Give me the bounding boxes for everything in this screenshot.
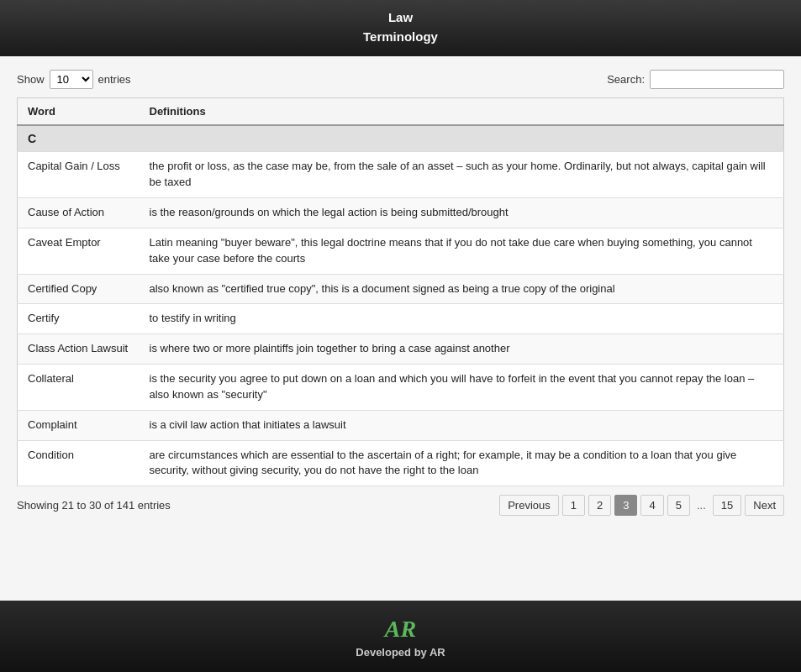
- search-input[interactable]: [650, 70, 784, 89]
- show-entries-control: Show 10 25 50 100 entries: [17, 70, 131, 89]
- search-label: Search:: [607, 73, 645, 86]
- next-button[interactable]: Next: [745, 495, 784, 516]
- table-row: Cause of Action is the reason/grounds on…: [18, 197, 784, 228]
- word-cell: Complaint: [18, 410, 140, 440]
- word-cell: Condition: [18, 440, 140, 486]
- table-row: Condition are circumstances which are es…: [18, 440, 784, 486]
- search-area: Search:: [607, 70, 784, 89]
- word-cell: Class Action Lawsuit: [18, 334, 140, 365]
- word-cell: Certified Copy: [18, 274, 140, 304]
- definition-cell: is the reason/grounds on which the legal…: [140, 197, 784, 228]
- table-row: Complaint is a civil law action that ini…: [18, 410, 784, 440]
- footer-row: Showing 21 to 30 of 141 entries Previous…: [17, 495, 784, 516]
- page-15-button[interactable]: 15: [713, 495, 741, 516]
- header-title-line1: Law: [388, 10, 413, 24]
- definition-cell: is the security you agree to put down on…: [140, 365, 784, 411]
- site-footer: AR Developed by AR: [0, 601, 801, 672]
- definition-cell: Latin meaning "buyer beware", this legal…: [140, 228, 784, 274]
- definition-cell: is where two or more plaintiffs join tog…: [140, 334, 784, 365]
- controls-row: Show 10 25 50 100 entries Search:: [17, 70, 784, 89]
- letter-section-row: C: [18, 125, 784, 152]
- main-content: Show 10 25 50 100 entries Search: Word D…: [0, 56, 801, 601]
- header-title-line2: Terminology: [363, 29, 438, 44]
- definition-cell: the profit or loss, as the case may be, …: [140, 152, 784, 198]
- table-row: Capital Gain / Loss the profit or loss, …: [18, 152, 784, 198]
- definition-cell: is a civil law action that initiates a l…: [140, 410, 784, 440]
- page-4-button[interactable]: 4: [640, 495, 663, 516]
- pagination: Previous 1 2 3 4 5 ... 15 Next: [499, 495, 784, 516]
- page-1-button[interactable]: 1: [562, 495, 585, 516]
- letter-cell: C: [18, 125, 784, 152]
- page-2-button[interactable]: 2: [588, 495, 611, 516]
- definition-cell: to testify in writing: [140, 304, 784, 334]
- terminology-table: Word Definitions C Capital Gain / Loss t…: [17, 97, 784, 486]
- prev-button[interactable]: Previous: [499, 495, 559, 516]
- word-cell: Certify: [18, 304, 140, 334]
- developed-by-label: Developed by AR: [0, 646, 801, 659]
- entries-select[interactable]: 10 25 50 100: [50, 70, 93, 89]
- entries-label: entries: [98, 73, 131, 86]
- ellipsis: ...: [693, 496, 709, 515]
- table-row: Certify to testify in writing: [18, 304, 784, 334]
- table-row: Collateral is the security you agree to …: [18, 365, 784, 411]
- table-row: Certified Copy also known as "certified …: [18, 274, 784, 304]
- definition-cell: are circumstances which are essential to…: [140, 440, 784, 486]
- app-header: Law Terminology: [0, 0, 801, 56]
- page-3-button[interactable]: 3: [614, 495, 637, 516]
- col-header-definition: Definitions: [140, 98, 784, 126]
- table-row: Class Action Lawsuit is where two or mor…: [18, 334, 784, 365]
- showing-text: Showing 21 to 30 of 141 entries: [17, 499, 171, 512]
- show-label: Show: [17, 73, 45, 86]
- word-cell: Cause of Action: [18, 197, 140, 228]
- word-cell: Capital Gain / Loss: [18, 152, 140, 198]
- col-header-word: Word: [18, 98, 140, 126]
- word-cell: Caveat Emptor: [18, 228, 140, 274]
- footer-logo: AR: [0, 616, 801, 643]
- table-row: Caveat Emptor Latin meaning "buyer bewar…: [18, 228, 784, 274]
- page-5-button[interactable]: 5: [667, 495, 690, 516]
- word-cell: Collateral: [18, 365, 140, 411]
- definition-cell: also known as "certified true copy", thi…: [140, 274, 784, 304]
